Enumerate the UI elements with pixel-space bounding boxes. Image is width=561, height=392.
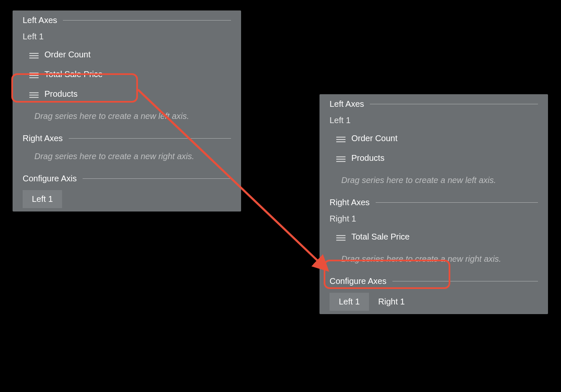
series-label: Order Count <box>351 134 397 143</box>
left-axes-title: Left Axes <box>330 99 364 109</box>
left-axes-header: Left Axes <box>319 94 548 111</box>
series-label: Products <box>44 89 78 99</box>
divider <box>83 178 231 179</box>
tab-right-1[interactable]: Right 1 <box>369 293 414 311</box>
series-item-order-count[interactable]: Order Count <box>319 129 548 148</box>
series-item-products[interactable]: Products <box>319 148 548 168</box>
configure-axes-title: Configure Axes <box>330 276 387 286</box>
right-axes-title: Right Axes <box>23 134 63 143</box>
left-axis-1-label: Left 1 <box>13 28 241 43</box>
right-axis-series-list: Total Sale Price <box>319 225 548 248</box>
tab-left-1[interactable]: Left 1 <box>23 190 62 208</box>
right-axes-drop-zone[interactable]: Drag series here to create a new right a… <box>319 248 548 271</box>
left-axes-drop-zone[interactable]: Drag series here to create a new left ax… <box>13 106 241 129</box>
configure-axis-title: Configure Axis <box>23 174 77 183</box>
right-axes-header: Right Axes <box>319 193 548 210</box>
drag-handle-icon <box>336 155 345 162</box>
tab-left-1[interactable]: Left 1 <box>330 293 369 311</box>
configure-axes-tabs: Left 1 Right 1 <box>319 289 548 311</box>
left-axis-1-label: Left 1 <box>319 111 548 127</box>
right-axis-1-label: Right 1 <box>319 210 548 225</box>
axes-config-panel-after: Left Axes Left 1 Order Count Products Dr… <box>319 94 548 314</box>
series-item-order-count[interactable]: Order Count <box>13 45 241 64</box>
configure-axes-header: Configure Axes <box>319 271 548 289</box>
series-label: Total Sale Price <box>44 70 103 79</box>
configure-axis-tabs: Left 1 <box>13 186 241 208</box>
divider <box>69 138 231 139</box>
series-label: Order Count <box>44 50 91 59</box>
left-axes-header: Left Axes <box>13 10 241 28</box>
configure-axis-header: Configure Axis <box>13 169 241 186</box>
drag-handle-icon <box>29 91 39 98</box>
right-axes-header: Right Axes <box>13 129 241 146</box>
drag-handle-icon <box>336 135 345 142</box>
series-label: Total Sale Price <box>351 232 410 242</box>
left-axis-series-list: Order Count Products <box>319 127 548 170</box>
divider <box>376 202 538 203</box>
series-item-products[interactable]: Products <box>13 84 241 104</box>
left-axes-title: Left Axes <box>23 15 57 25</box>
right-axes-drop-zone[interactable]: Drag series here to create a new right a… <box>13 146 241 169</box>
divider <box>63 20 231 21</box>
series-item-total-sale-price[interactable]: Total Sale Price <box>319 227 548 247</box>
divider <box>370 104 538 104</box>
drag-handle-icon <box>29 71 39 78</box>
left-axes-drop-zone[interactable]: Drag series here to create a new left ax… <box>319 170 548 193</box>
right-axes-title: Right Axes <box>330 198 370 207</box>
series-item-total-sale-price[interactable]: Total Sale Price <box>13 64 241 84</box>
divider <box>392 281 538 281</box>
drag-handle-icon <box>29 52 39 58</box>
series-label: Products <box>351 153 384 163</box>
drag-handle-icon <box>336 234 345 240</box>
axes-config-panel-before: Left Axes Left 1 Order Count Total Sale … <box>13 10 241 211</box>
left-axis-series-list: Order Count Total Sale Price Products <box>13 43 241 106</box>
